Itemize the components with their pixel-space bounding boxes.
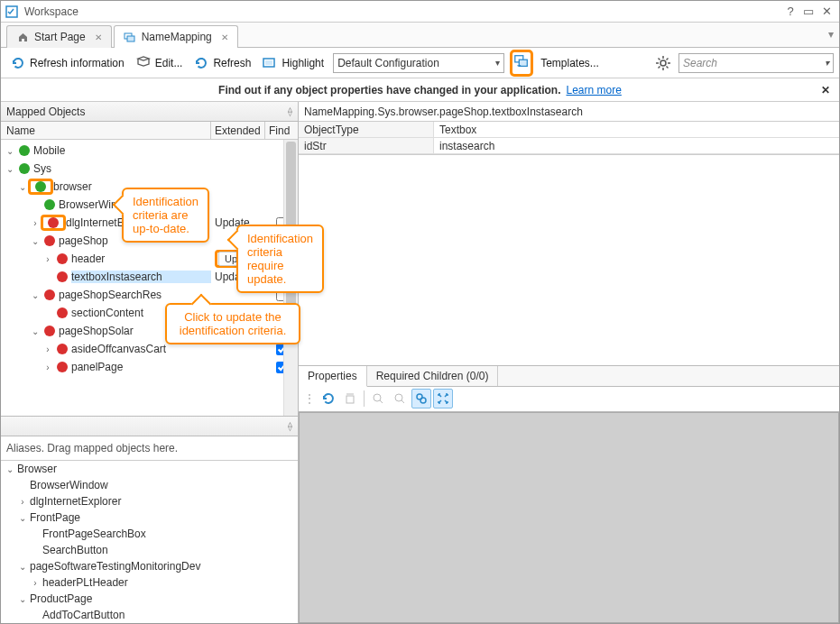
tabs-dropdown-icon[interactable]: ▾	[828, 28, 834, 41]
collapse-icon[interactable]: ⌄	[17, 594, 28, 604]
svg-rect-2	[127, 36, 134, 41]
alias-row[interactable]: AddToCartButton	[1, 607, 298, 623]
property-value[interactable]: Textbox	[434, 122, 839, 137]
collapse-icon[interactable]: ⌄	[17, 562, 28, 572]
tree-extended[interactable]: Update	[211, 252, 265, 266]
tree-label: Mobile	[33, 144, 211, 157]
tree-row[interactable]: ›panelPage	[1, 358, 298, 376]
tree-extended[interactable]: Upda...	[211, 271, 265, 283]
alias-row[interactable]: SearchButton	[1, 542, 298, 558]
svg-point-18	[374, 394, 381, 401]
expand-icon[interactable]: ›	[30, 578, 41, 588]
tree-row[interactable]: ⌄Mobile	[1, 142, 298, 160]
column-find[interactable]: Find	[265, 122, 298, 139]
expand-icon[interactable]: ›	[17, 497, 28, 507]
collapse-icon[interactable]: ⌄	[30, 290, 41, 300]
tree-row[interactable]: ›asideOffcanvasCart	[1, 340, 298, 358]
alias-row[interactable]: ⌄Browser	[1, 461, 298, 477]
tab-close-icon[interactable]: ✕	[95, 32, 102, 42]
tree-row[interactable]: ›dlgInternetExplorerUpdate	[1, 214, 298, 232]
column-extended[interactable]: Extended	[211, 122, 265, 139]
collapse-icon[interactable]: ⌄	[30, 236, 41, 246]
collapse-icon[interactable]: ⌄	[17, 513, 28, 523]
pin-icon[interactable]: ⟠	[288, 421, 292, 431]
alias-label: headerPLtHeader	[41, 576, 128, 589]
search-input[interactable]: Search ▾	[678, 53, 834, 73]
help-button[interactable]: ?	[781, 5, 799, 18]
sub-toolbar: ⋮	[299, 387, 839, 412]
alias-row[interactable]: ⌄FrontPage	[1, 509, 298, 526]
svg-line-15	[667, 58, 669, 60]
alias-row[interactable]: FrontPageSearchBox	[1, 526, 298, 542]
collapse-icon[interactable]: ⌄	[30, 326, 41, 336]
configuration-select[interactable]: Default Configuration ▾	[333, 53, 504, 73]
find-prev-button	[390, 389, 410, 408]
tab-required-children[interactable]: Required Children (0/0)	[367, 366, 499, 386]
notification-close[interactable]: ✕	[821, 84, 830, 96]
collapse-icon[interactable]: ⌄	[5, 146, 15, 156]
delete-button	[340, 389, 360, 408]
status-bullet-red	[57, 271, 68, 282]
svg-line-19	[380, 400, 383, 403]
templates-button[interactable]: Templates...	[537, 54, 603, 72]
refresh-props-button[interactable]	[318, 389, 338, 408]
notification-link[interactable]: Learn more	[567, 84, 622, 96]
svg-point-7	[660, 60, 666, 66]
expand-icon[interactable]: ›	[42, 344, 53, 354]
tab-properties[interactable]: Properties	[299, 366, 367, 387]
status-bullet-green	[19, 145, 30, 156]
close-button[interactable]: ✕	[817, 5, 835, 18]
mapped-objects-title: Mapped Objects	[6, 106, 85, 118]
refresh-icon	[193, 55, 209, 71]
expand-icon[interactable]: ›	[42, 362, 53, 372]
alias-row[interactable]: ⌄pageSoftwareTestingMonitoringDev	[1, 558, 298, 574]
tree-row[interactable]: ⌄pageShopSearchRes	[1, 286, 298, 304]
expand-button[interactable]	[433, 389, 453, 408]
collapse-icon[interactable]: ⌄	[17, 182, 28, 192]
refresh-button[interactable]: Refresh	[189, 52, 254, 74]
compare-configs-button[interactable]	[510, 50, 533, 77]
alias-row[interactable]: BrowserWindow	[1, 477, 298, 493]
vertical-scrollbar[interactable]	[283, 140, 298, 416]
tree-extended[interactable]: Update	[211, 216, 265, 229]
tree-label: pageShopSolar	[59, 325, 211, 337]
alias-label: dlgInternetExplorer	[28, 495, 121, 508]
refresh-information-button[interactable]: Refresh information	[6, 52, 128, 74]
column-name[interactable]: Name	[1, 122, 211, 139]
tree-row[interactable]: ›headerUpdate	[1, 250, 298, 268]
tree-row[interactable]: ⌄pageShop	[1, 232, 298, 250]
edit-button[interactable]: Edit...	[132, 52, 187, 74]
property-value[interactable]: instasearch	[434, 138, 839, 153]
refresh-info-icon	[10, 55, 26, 71]
update-button[interactable]: Update	[218, 252, 263, 266]
mapped-objects-tree[interactable]: Name Extended Find ⌄Mobile⌄Sys⌄browserBr…	[1, 122, 298, 416]
tab-start-page[interactable]: Start Page ✕	[6, 25, 112, 48]
maximize-button[interactable]: ▭	[799, 5, 817, 18]
tree-row[interactable]: ⌄browser	[1, 178, 298, 196]
tree-row[interactable]: ⌄pageShopSolar	[1, 322, 298, 340]
highlight-button[interactable]: Highlight	[258, 52, 328, 74]
tabbar: Start Page ✕ NameMapping ✕ ▾	[1, 23, 839, 48]
mapped-objects-header: Mapped Objects ⟠	[1, 102, 298, 122]
aliases-tree[interactable]: ⌄BrowserBrowserWindow›dlgInternetExplore…	[1, 461, 298, 623]
main-toolbar: Refresh information Edit... Refresh High…	[1, 48, 839, 78]
expand-icon[interactable]: ›	[30, 218, 41, 228]
tree-row[interactable]: ⌄Sys	[1, 160, 298, 178]
pin-icon[interactable]: ⟠	[288, 106, 292, 116]
tree-label: Sys	[33, 162, 211, 175]
alias-row[interactable]: ⌄ProductPage	[1, 591, 298, 607]
settings-button[interactable]	[655, 55, 671, 71]
collapse-icon[interactable]: ⌄	[5, 464, 15, 474]
expand-icon[interactable]: ›	[42, 254, 53, 264]
tree-row[interactable]: sectionContent	[1, 304, 298, 322]
tree-row[interactable]: textboxInstasearchUpda...	[1, 268, 298, 286]
link-button[interactable]	[411, 389, 431, 408]
tree-row[interactable]: BrowserWindow	[1, 196, 298, 214]
svg-line-14	[659, 66, 660, 68]
alias-row[interactable]: ›headerPLtHeader	[1, 574, 298, 591]
alias-row[interactable]: ›dlgInternetExplorer	[1, 493, 298, 509]
tab-close-icon[interactable]: ✕	[221, 32, 228, 42]
status-bullet-red	[44, 289, 55, 300]
collapse-icon[interactable]: ⌄	[5, 164, 15, 174]
tab-name-mapping[interactable]: NameMapping ✕	[114, 25, 238, 48]
